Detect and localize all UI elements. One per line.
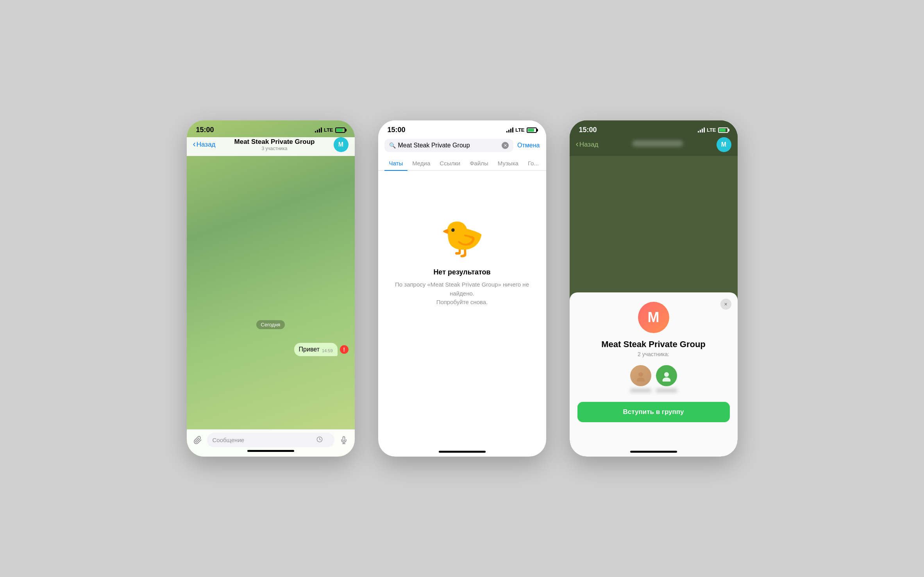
group-avatar-1[interactable]: M: [334, 137, 349, 152]
status-time-2: 15:00: [388, 126, 406, 134]
signal-bar: [702, 129, 703, 133]
battery-icon-1: [335, 127, 345, 133]
error-indicator-1[interactable]: !: [340, 345, 349, 354]
no-results-line2: найдено.: [450, 290, 474, 297]
signal-bar: [317, 130, 318, 133]
no-results-line3: Попробуйте снова.: [436, 299, 488, 305]
battery-icon-3: [718, 127, 728, 133]
signal-bar: [508, 130, 509, 133]
close-icon-3: ×: [724, 301, 727, 307]
avatar-letter-1: M: [338, 141, 343, 148]
search-input-wrap-2[interactable]: 🔍 Meat Steak Private Group ✕: [384, 139, 514, 152]
header-center-1: Meat Steak Private Group 3 участника: [220, 138, 330, 151]
signal-bar: [700, 130, 701, 133]
back-button-3[interactable]: ‹ Назад: [576, 140, 599, 149]
signal-bars-1: [315, 127, 322, 133]
group-avatar-3[interactable]: M: [717, 137, 731, 152]
member-name-blur-2: [656, 389, 677, 392]
status-bar-3: 15:00 LTE: [570, 120, 738, 137]
chat-area-1: Сегодня Привет 14:59 !: [187, 156, 355, 383]
blurred-header-3: [602, 140, 713, 149]
message-time-1: 14:59: [322, 348, 333, 353]
avatar-letter-3: M: [721, 141, 726, 148]
member-item-2: [656, 365, 677, 392]
date-badge-1: Сегодня: [187, 321, 355, 328]
message-bubble-1: Привет 14:59: [294, 343, 338, 356]
modal-close-button-3[interactable]: ×: [720, 299, 731, 310]
back-chevron-icon-1: ‹: [193, 139, 196, 149]
tab-files-2[interactable]: Файлы: [465, 156, 493, 170]
member-avatar-1: [630, 365, 651, 386]
home-indicator-3: [630, 451, 677, 453]
lte-label-2: LTE: [515, 127, 525, 133]
modal-members-row-3: [630, 365, 677, 392]
modal-avatar-letter-3: M: [648, 309, 659, 326]
phone-3: 15:00 LTE ‹ Назад M: [570, 120, 738, 457]
member-name-blur-1: [630, 389, 651, 392]
lte-label-3: LTE: [707, 127, 716, 133]
status-icons-2: LTE: [506, 127, 537, 133]
back-label-3: Назад: [579, 141, 599, 149]
home-indicator-2: [439, 451, 486, 453]
signal-bar: [510, 129, 511, 133]
signal-bar: [319, 129, 320, 133]
modal-group-name-3: Meat Steak Private Group: [601, 339, 706, 349]
join-group-button-3[interactable]: Вступить в группу: [577, 402, 730, 422]
back-button-1[interactable]: ‹ Назад: [193, 140, 216, 149]
tab-media-2[interactable]: Медиа: [407, 156, 435, 170]
empty-state-2: 🐤 Нет результатов По запросу «Meat Steak…: [378, 194, 546, 330]
member-count-1: 3 участника: [220, 146, 330, 151]
input-bar-1: Сообщение: [187, 429, 355, 457]
svg-point-4: [662, 378, 670, 382]
attach-button-1[interactable]: [191, 434, 204, 446]
search-icon-2: 🔍: [389, 142, 396, 149]
message-input-wrapper-1: Сообщение: [207, 433, 334, 447]
svg-point-3: [664, 372, 669, 377]
status-time-1: 15:00: [196, 126, 214, 134]
search-bar-2: 🔍 Meat Steak Private Group ✕ Отмена: [378, 137, 546, 156]
no-results-title-2: Нет результатов: [433, 268, 490, 276]
battery-fill-1: [336, 129, 343, 132]
search-query-2[interactable]: Meat Steak Private Group: [398, 142, 500, 149]
no-results-line1: По запросу «Meat Steak Private Group» ни…: [395, 281, 529, 288]
member-item-1: [630, 365, 651, 392]
status-icons-3: LTE: [698, 127, 728, 133]
signal-bar: [506, 131, 508, 133]
phone-1: 15:00 LTE ‹ Назад Meat Steak Private Gro…: [187, 120, 355, 457]
tabs-row-2: Чаты Медиа Ссылки Файлы Музыка Го...: [378, 156, 546, 171]
back-label-1: Назад: [197, 141, 216, 149]
status-icons-1: LTE: [315, 127, 345, 133]
battery-fill-2: [528, 129, 534, 132]
signal-bars-2: [506, 127, 513, 133]
status-bar-2: 15:00 LTE: [378, 120, 546, 137]
signal-bar: [512, 127, 513, 133]
voice-button-1[interactable]: [338, 434, 350, 446]
chat-header-3: ‹ Назад M: [570, 137, 738, 156]
svg-point-2: [636, 378, 645, 382]
join-group-modal-3: × M Meat Steak Private Group 2 участника…: [570, 292, 738, 457]
status-time-3: 15:00: [579, 126, 597, 134]
blurred-name-3: [632, 140, 683, 147]
cancel-button-2[interactable]: Отмена: [517, 142, 540, 149]
input-placeholder-1: Сообщение: [213, 437, 245, 443]
chat-header-1: ‹ Назад Meat Steak Private Group 3 участ…: [187, 137, 355, 156]
battery-icon-2: [527, 127, 537, 133]
signal-bar: [315, 131, 316, 133]
status-bar-1: 15:00 LTE: [187, 120, 355, 137]
message-text-1: Привет: [299, 346, 320, 353]
member-avatar-2: [656, 365, 677, 386]
modal-members-label-3: 2 участника:: [638, 351, 669, 357]
svg-point-1: [638, 372, 643, 377]
tab-more-2[interactable]: Го...: [523, 156, 543, 170]
tab-chats-2[interactable]: Чаты: [384, 156, 408, 170]
back-chevron-icon-3: ‹: [576, 139, 579, 149]
lte-label-1: LTE: [324, 127, 333, 133]
date-label-1: Сегодня: [256, 320, 285, 329]
tab-music-2[interactable]: Музыка: [493, 156, 523, 170]
home-indicator-1: [247, 450, 294, 452]
signal-bars-3: [698, 127, 705, 133]
search-clear-button-2[interactable]: ✕: [502, 142, 509, 149]
message-row-1: Привет 14:59 !: [187, 343, 355, 356]
message-input-1[interactable]: Сообщение: [207, 433, 334, 447]
tab-links-2[interactable]: Ссылки: [435, 156, 465, 170]
